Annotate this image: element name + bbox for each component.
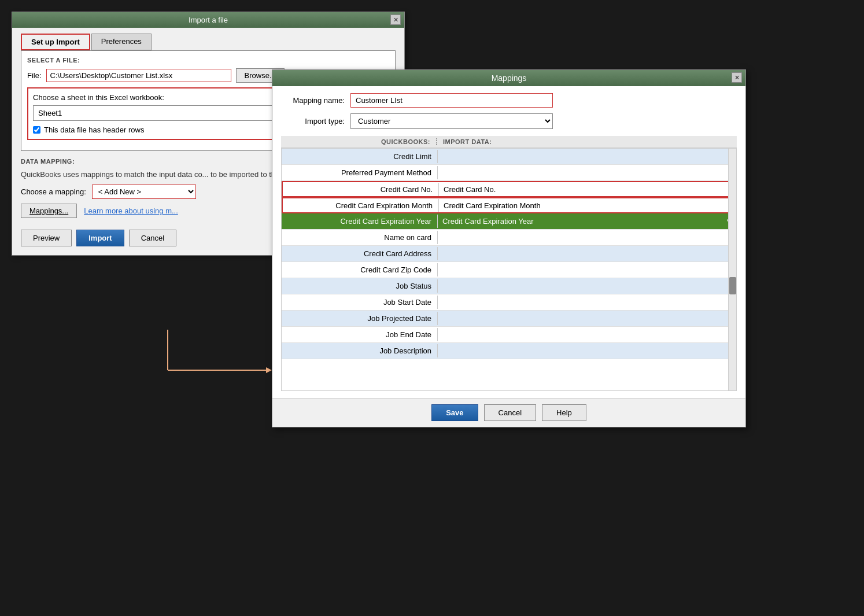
cell-quickbooks: Credit Card Address xyxy=(282,247,438,260)
cell-import-data xyxy=(438,268,736,272)
file-input[interactable] xyxy=(46,69,231,82)
scrollbar[interactable] xyxy=(728,149,736,390)
mappings-body: Mapping name: Import type: Customer QUIC… xyxy=(272,86,745,398)
import-dialog-title: Import a file xyxy=(189,16,228,24)
mapping-table-row[interactable]: Job Status xyxy=(282,278,736,294)
mapping-table-row[interactable]: Name on card xyxy=(282,230,736,246)
mapping-table-row[interactable]: Job Start Date xyxy=(282,294,736,311)
cell-import-data xyxy=(438,171,736,175)
cell-import-data xyxy=(438,316,736,321)
cell-quickbooks: Credit Card Expiration Year xyxy=(282,215,438,228)
mapping-table-row[interactable]: Credit Card Expiration YearCredit Card E… xyxy=(282,213,736,230)
import-button[interactable]: Import xyxy=(76,230,124,246)
mapping-table-row[interactable]: Credit Limit xyxy=(282,149,736,165)
cell-import-data xyxy=(438,300,736,305)
cell-quickbooks: Credit Card Expiration Month xyxy=(283,199,439,212)
cell-import-data: Credit Card No. xyxy=(439,183,735,196)
mapping-table: Credit LimitPreferred Payment MethodCred… xyxy=(281,148,737,391)
cell-import-data xyxy=(438,154,736,159)
mapping-table-row[interactable]: Job Projected Date xyxy=(282,311,736,327)
cell-quickbooks: Job Projected Date xyxy=(282,312,438,325)
help-button[interactable]: Help xyxy=(542,404,586,421)
mapping-name-input[interactable] xyxy=(350,93,553,108)
cell-quickbooks: Job Description xyxy=(282,344,438,357)
cell-quickbooks: Credit Limit xyxy=(282,150,438,163)
header-rows-checkbox[interactable] xyxy=(33,126,40,134)
columns-header: QUICKBOOKS: IMPORT DATA: xyxy=(281,136,737,148)
cell-import-data: Credit Card Expiration Month xyxy=(439,199,735,212)
mapping-table-row[interactable]: Preferred Payment Method xyxy=(282,165,736,181)
cell-import-data xyxy=(438,333,736,337)
cell-quickbooks: Preferred Payment Method xyxy=(282,166,438,179)
cell-quickbooks: Job Status xyxy=(282,279,438,293)
import-type-select[interactable]: Customer xyxy=(350,113,553,129)
choose-mapping-label: Choose a mapping: xyxy=(21,187,86,196)
tabs-container: Set up Import Preferences xyxy=(21,34,396,50)
import-dialog-close[interactable]: ✕ xyxy=(390,14,401,25)
cell-quickbooks: Job Start Date xyxy=(282,296,438,309)
cell-import-data xyxy=(438,284,736,289)
mappings-footer: Save Cancel Help xyxy=(272,398,745,427)
import-cancel-button[interactable]: Cancel xyxy=(129,230,176,246)
header-rows-label: This data file has header rows xyxy=(44,126,144,134)
import-data-col-header: IMPORT DATA: xyxy=(437,138,737,145)
mappings-close-button[interactable]: ✕ xyxy=(732,72,742,83)
select-file-label: SELECT A FILE: xyxy=(27,57,389,64)
import-type-row: Import type: Customer xyxy=(281,113,737,129)
tab-setup[interactable]: Set up Import xyxy=(21,34,90,50)
cell-quickbooks: Credit Card Zip Code xyxy=(282,263,438,276)
mapping-rows: Credit LimitPreferred Payment MethodCred… xyxy=(282,149,736,359)
import-type-label: Import type: xyxy=(281,117,345,126)
cell-quickbooks: Job End Date xyxy=(282,328,438,341)
cell-import-data: Credit Card Expiration Year▼ xyxy=(438,215,736,228)
mapping-table-row[interactable]: Job Description xyxy=(282,343,736,359)
mappings-titlebar: Mappings ✕ xyxy=(272,70,745,86)
arrow-decoration xyxy=(139,324,283,393)
mappings-cancel-button[interactable]: Cancel xyxy=(484,404,536,421)
mappings-button[interactable]: Mappings... xyxy=(21,204,77,218)
mapping-name-label: Mapping name: xyxy=(281,96,345,105)
mapping-table-row[interactable]: Job End Date xyxy=(282,327,736,343)
mapping-name-row: Mapping name: xyxy=(281,93,737,108)
file-label: File: xyxy=(27,71,42,80)
import-dialog-titlebar: Import a file ✕ xyxy=(12,12,404,28)
svg-marker-2 xyxy=(266,367,272,373)
cell-quickbooks: Credit Card No. xyxy=(283,183,439,196)
save-button[interactable]: Save xyxy=(431,404,478,421)
cell-quickbooks: Name on card xyxy=(282,231,438,244)
quickbooks-col-header: QUICKBOOKS: xyxy=(281,138,437,145)
tab-preferences[interactable]: Preferences xyxy=(91,34,152,50)
mapping-table-row[interactable]: Credit Card Zip Code xyxy=(282,262,736,278)
cell-import-data xyxy=(438,252,736,256)
scrollbar-thumb[interactable] xyxy=(729,277,736,294)
mapping-table-row[interactable]: Credit Card No.Credit Card No. xyxy=(282,181,736,197)
mapping-select[interactable]: < Add New > xyxy=(92,185,196,199)
preview-button[interactable]: Preview xyxy=(21,230,72,246)
mapping-table-row[interactable]: Credit Card Expiration MonthCredit Card … xyxy=(282,197,736,213)
learn-more-link[interactable]: Learn more about using m... xyxy=(84,206,178,215)
cell-import-data xyxy=(438,235,736,240)
cell-import-data xyxy=(438,349,736,353)
mappings-title: Mappings xyxy=(492,73,527,83)
mapping-table-row[interactable]: Credit Card Address xyxy=(282,246,736,262)
mappings-dialog: Mappings ✕ Mapping name: Import type: Cu… xyxy=(272,69,746,427)
